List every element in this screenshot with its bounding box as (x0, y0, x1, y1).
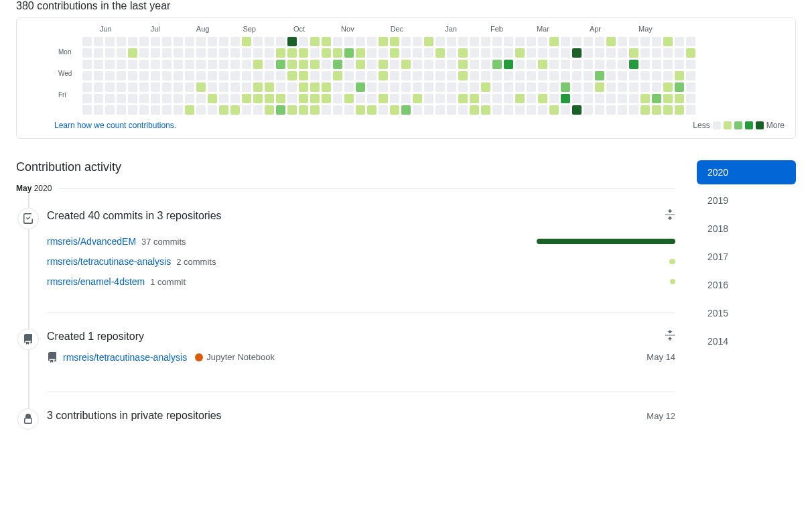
calendar-day[interactable] (242, 71, 251, 80)
calendar-day[interactable] (481, 94, 490, 103)
calendar-day[interactable] (185, 71, 194, 80)
calendar-day[interactable] (447, 71, 456, 80)
calendar-day[interactable] (458, 37, 468, 46)
calendar-day[interactable] (527, 37, 536, 46)
calendar-day[interactable] (322, 60, 331, 69)
calendar-day[interactable] (299, 71, 308, 80)
calendar-day[interactable] (287, 48, 297, 58)
calendar-day[interactable] (367, 48, 377, 58)
calendar-day[interactable] (504, 48, 513, 58)
calendar-day[interactable] (185, 37, 194, 46)
calendar-day[interactable] (219, 105, 228, 115)
calendar-day[interactable] (299, 60, 308, 69)
calendar-day[interactable] (390, 105, 399, 115)
calendar-day[interactable] (606, 105, 616, 115)
calendar-day[interactable] (629, 71, 638, 80)
calendar-day[interactable] (390, 94, 399, 103)
calendar-day[interactable] (242, 37, 251, 46)
calendar-day[interactable] (356, 48, 365, 58)
calendar-day[interactable] (561, 37, 570, 46)
calendar-day[interactable] (276, 71, 285, 80)
calendar-day[interactable] (162, 94, 172, 103)
calendar-day[interactable] (82, 60, 92, 69)
calendar-day[interactable] (549, 71, 559, 80)
calendar-day[interactable] (379, 82, 388, 92)
calendar-day[interactable] (595, 60, 604, 69)
calendar-day[interactable] (515, 82, 525, 92)
calendar-day[interactable] (470, 94, 479, 103)
calendar-day[interactable] (94, 71, 103, 80)
calendar-day[interactable] (139, 48, 149, 58)
calendar-day[interactable] (401, 71, 411, 80)
calendar-day[interactable] (82, 105, 92, 115)
calendar-day[interactable] (287, 37, 297, 46)
calendar-day[interactable] (629, 48, 638, 58)
calendar-day[interactable] (265, 94, 274, 103)
calendar-day[interactable] (572, 71, 582, 80)
calendar-day[interactable] (686, 105, 695, 115)
calendar-day[interactable] (128, 60, 137, 69)
calendar-day[interactable] (492, 82, 502, 92)
calendar-day[interactable] (367, 82, 377, 92)
calendar-day[interactable] (572, 60, 582, 69)
calendar-day[interactable] (162, 71, 172, 80)
calendar-day[interactable] (504, 82, 513, 92)
calendar-day[interactable] (663, 37, 673, 46)
calendar-day[interactable] (265, 37, 274, 46)
calendar-day[interactable] (549, 94, 559, 103)
calendar-day[interactable] (230, 37, 240, 46)
calendar-day[interactable] (230, 71, 240, 80)
calendar-day[interactable] (527, 71, 536, 80)
calendar-day[interactable] (333, 48, 342, 58)
calendar-day[interactable] (652, 105, 661, 115)
calendar-day[interactable] (219, 71, 228, 80)
calendar-day[interactable] (492, 37, 502, 46)
calendar-day[interactable] (572, 37, 582, 46)
calendar-day[interactable] (515, 105, 525, 115)
calendar-day[interactable] (549, 60, 559, 69)
calendar-day[interactable] (458, 60, 468, 69)
calendar-day[interactable] (379, 105, 388, 115)
calendar-day[interactable] (253, 82, 263, 92)
calendar-day[interactable] (253, 105, 263, 115)
calendar-day[interactable] (367, 94, 377, 103)
calendar-day[interactable] (219, 37, 228, 46)
calendar-day[interactable] (117, 94, 126, 103)
calendar-day[interactable] (310, 105, 320, 115)
calendar-day[interactable] (344, 71, 354, 80)
calendar-day[interactable] (82, 82, 92, 92)
calendar-day[interactable] (640, 71, 650, 80)
calendar-day[interactable] (675, 48, 684, 58)
calendar-day[interactable] (117, 71, 126, 80)
calendar-day[interactable] (492, 94, 502, 103)
calendar-day[interactable] (174, 94, 183, 103)
calendar-day[interactable] (196, 48, 206, 58)
calendar-day[interactable] (504, 37, 513, 46)
calendar-day[interactable] (367, 71, 377, 80)
calendar-day[interactable] (105, 60, 115, 69)
calendar-day[interactable] (322, 37, 331, 46)
calendar-day[interactable] (333, 94, 342, 103)
year-filter-2020[interactable]: 2020 (697, 160, 796, 184)
calendar-day[interactable] (584, 48, 593, 58)
calendar-day[interactable] (435, 37, 445, 46)
calendar-day[interactable] (139, 105, 149, 115)
calendar-day[interactable] (333, 37, 342, 46)
calendar-day[interactable] (253, 94, 263, 103)
calendar-day[interactable] (663, 71, 673, 80)
calendar-day[interactable] (265, 105, 274, 115)
calendar-day[interactable] (196, 94, 206, 103)
calendar-day[interactable] (413, 105, 422, 115)
calendar-day[interactable] (504, 60, 513, 69)
calendar-day[interactable] (413, 37, 422, 46)
calendar-day[interactable] (561, 71, 570, 80)
calendar-day[interactable] (572, 94, 582, 103)
calendar-day[interactable] (663, 48, 673, 58)
calendar-day[interactable] (401, 94, 411, 103)
calendar-day[interactable] (606, 94, 616, 103)
calendar-day[interactable] (253, 48, 263, 58)
calendar-day[interactable] (435, 94, 445, 103)
calendar-day[interactable] (174, 48, 183, 58)
calendar-day[interactable] (322, 71, 331, 80)
calendar-day[interactable] (606, 48, 616, 58)
